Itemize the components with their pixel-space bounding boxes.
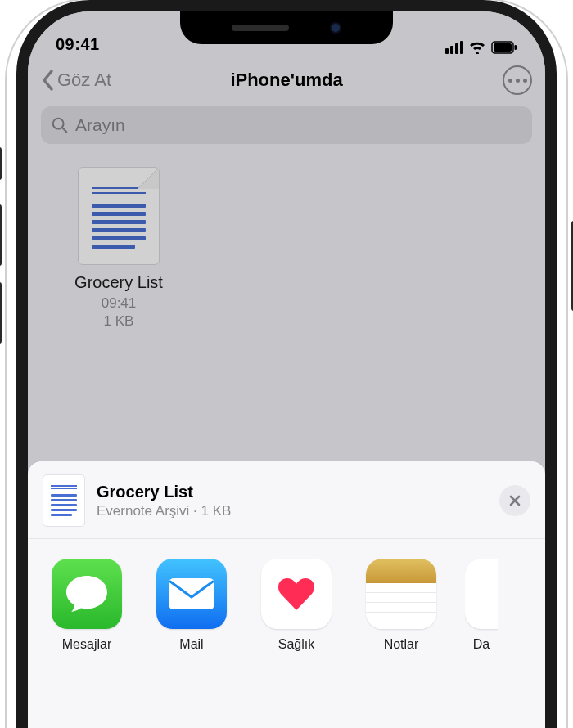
health-icon bbox=[261, 559, 332, 629]
share-app-more[interactable]: Da bbox=[465, 559, 498, 652]
share-app-label: Mail bbox=[151, 637, 232, 652]
share-app-health[interactable]: Sağlık bbox=[255, 559, 337, 652]
cellular-icon bbox=[445, 41, 463, 54]
share-app-label: Mesajlar bbox=[46, 637, 128, 652]
svg-rect-5 bbox=[169, 578, 214, 609]
share-app-mail[interactable]: Mail bbox=[151, 559, 232, 652]
battery-icon bbox=[491, 41, 517, 54]
svg-rect-2 bbox=[515, 45, 517, 50]
phone-frame: 09:41 Göz At iPhone'umda bbox=[16, 0, 557, 728]
notes-icon bbox=[366, 559, 436, 629]
mail-icon bbox=[156, 559, 227, 629]
share-app-label: Da bbox=[465, 637, 498, 652]
share-sheet-header: Grocery List Evernote Arşivi · 1 KB bbox=[28, 461, 545, 539]
app-icon bbox=[465, 559, 498, 629]
share-app-label: Notlar bbox=[360, 637, 442, 652]
document-icon bbox=[43, 474, 85, 527]
share-app-row[interactable]: Mesajlar Mail Sağlık bbox=[28, 539, 545, 652]
share-item-title: Grocery List bbox=[97, 483, 499, 501]
share-item-subtitle: Evernote Arşivi · 1 KB bbox=[97, 503, 499, 519]
screen: 09:41 Göz At iPhone'umda bbox=[28, 11, 545, 728]
svg-rect-1 bbox=[494, 43, 512, 52]
share-app-messages[interactable]: Mesajlar bbox=[46, 559, 128, 652]
status-time: 09:41 bbox=[56, 35, 100, 54]
notch bbox=[180, 11, 393, 44]
share-sheet: Grocery List Evernote Arşivi · 1 KB Mesa… bbox=[28, 461, 545, 728]
wifi-icon bbox=[468, 41, 486, 54]
share-app-notes[interactable]: Notlar bbox=[360, 559, 442, 652]
close-button[interactable] bbox=[499, 485, 530, 516]
messages-icon bbox=[52, 559, 122, 629]
share-app-label: Sağlık bbox=[255, 637, 337, 652]
close-icon bbox=[508, 494, 521, 507]
